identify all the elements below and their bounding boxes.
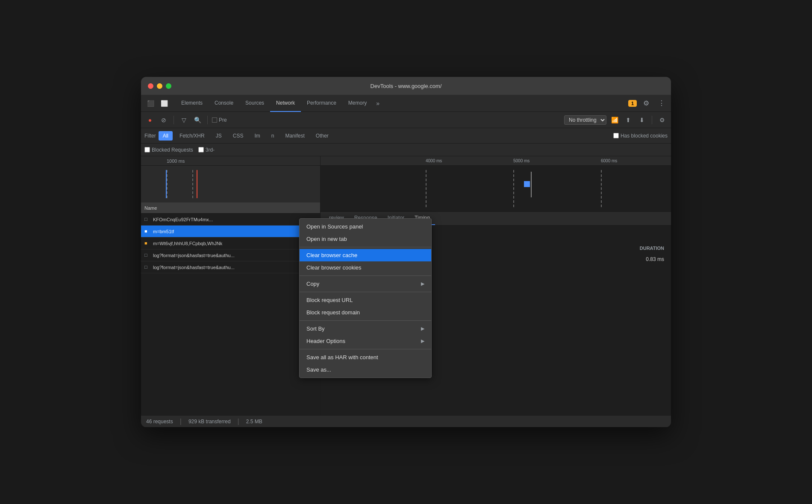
dashed-right-3	[601, 170, 602, 207]
preserve-log-toggle[interactable]: Pre	[212, 117, 227, 123]
has-blocked-cookies-label[interactable]: Has blocked cookies	[613, 133, 668, 139]
filter-all[interactable]: All	[159, 131, 173, 141]
titlebar: DevTools - www.google.com/	[141, 77, 671, 95]
filter-bar: Filter All Fetch/XHR JS CSS Im n Manifes…	[141, 128, 671, 144]
menu-save-har[interactable]: Save all as HAR with content	[300, 351, 431, 363]
filter-icon[interactable]: ▽	[178, 114, 189, 126]
network-list[interactable]: □ KFOmCnqEu92FrTMu4mx... ■ m=bm51tf ■ m=…	[141, 214, 320, 415]
row-text-3: m=Wt6vjf,hhhU8,FCpbqb,WhJNk	[153, 241, 222, 246]
tab-memory[interactable]: Memory	[342, 95, 373, 112]
menu-block-url[interactable]: Block request URL	[300, 294, 431, 306]
blocked-requests-checkbox[interactable]	[144, 147, 150, 152]
network-row[interactable]: □ KFOmCnqEu92FrTMu4mx...	[141, 214, 320, 226]
toolbar-right: No throttling 📶 ⬆ ⬇ ⚙	[564, 114, 668, 126]
waterfall-marker	[531, 172, 532, 197]
filter-fetch-xhr[interactable]: Fetch/XHR	[175, 131, 209, 141]
menu-separator-3	[300, 292, 431, 292]
throttle-select[interactable]: No throttling	[564, 115, 606, 125]
menu-block-domain[interactable]: Block request domain	[300, 306, 431, 319]
menu-save-as[interactable]: Save as...	[300, 363, 431, 376]
mark-4000: 4000 ms	[426, 158, 442, 163]
tab-sources[interactable]: Sources	[239, 95, 270, 112]
context-menu: Open in Sources panel Open in new tab Cl…	[299, 218, 432, 378]
search-icon[interactable]: 🔍	[192, 114, 203, 126]
menu-sort-by[interactable]: Sort By ▶	[300, 322, 431, 335]
menu-copy[interactable]: Copy ▶	[300, 278, 431, 290]
copy-arrow-icon: ▶	[421, 281, 424, 287]
export-icon[interactable]: ⬇	[636, 114, 647, 126]
menu-separator-4	[300, 320, 431, 321]
minimize-button[interactable]	[157, 83, 162, 89]
filter-css[interactable]: CSS	[229, 131, 248, 141]
waterfall-left	[141, 166, 320, 202]
row-icon-4: □	[144, 252, 150, 258]
network-settings-icon[interactable]: ⚙	[656, 114, 668, 126]
menu-open-sources[interactable]: Open in Sources panel	[300, 220, 431, 233]
dashed-line-2	[192, 170, 193, 198]
row-text-5: log?format=json&hasfast=true&authu...	[153, 265, 235, 270]
filter-media[interactable]: n	[267, 131, 279, 141]
row-icon-2: ■	[144, 229, 150, 234]
filter-img[interactable]: Im	[250, 131, 264, 141]
tab-performance[interactable]: Performance	[301, 95, 342, 112]
network-panel: 1000 ms Name □ KFOmCnqEu92FrTMu4mx...	[141, 156, 321, 415]
tabbar-right: 1 ⚙ ⋮	[628, 97, 668, 109]
filter-label: Filter	[144, 133, 156, 139]
maximize-button[interactable]	[166, 83, 171, 89]
timeline-area-right	[321, 166, 671, 212]
tabbar: ⬛ ⬜ Elements Console Sources Network Per…	[141, 95, 671, 112]
status-divider-1: |	[180, 418, 182, 425]
device-icon[interactable]: ⬜	[158, 97, 170, 109]
filter-other[interactable]: Other	[312, 131, 333, 141]
network-row-3[interactable]: ■ m=Wt6vjf,hhhU8,FCpbqb,WhJNk	[141, 237, 320, 249]
menu-clear-cache[interactable]: Clear browser cache	[300, 249, 431, 261]
filter-right: Has blocked cookies	[613, 133, 668, 139]
menu-clear-cookies[interactable]: Clear browser cookies	[300, 261, 431, 274]
close-button[interactable]	[148, 83, 153, 89]
tab-elements[interactable]: Elements	[175, 95, 209, 112]
import-icon[interactable]: ⬆	[623, 114, 634, 126]
ruler-mark-1000: 1000 ms	[167, 158, 185, 164]
tab-console[interactable]: Console	[209, 95, 239, 112]
more-tabs-button[interactable]: »	[373, 100, 383, 107]
sort-arrow-icon: ▶	[421, 326, 424, 331]
tab-network[interactable]: Network	[270, 95, 301, 112]
timeline-blue-line	[166, 170, 167, 198]
dashed-right-2	[513, 170, 514, 207]
statusbar: 46 requests | 929 kB transferred | 2.5 M…	[141, 415, 671, 427]
more-options-icon[interactable]: ⋮	[656, 97, 668, 109]
network-header: Name	[141, 202, 320, 214]
filter-js[interactable]: JS	[212, 131, 226, 141]
network-row-4[interactable]: □ log?format=json&hasfast=true&authu...	[141, 249, 320, 261]
record-button[interactable]: ●	[144, 114, 156, 126]
transferred-size: 929 kB transferred	[188, 419, 231, 425]
stop-button[interactable]: ⊘	[158, 114, 169, 126]
network-row-5[interactable]: □ log?format=json&hasfast=true&authu...	[141, 261, 320, 273]
filter-manifest[interactable]: Manifest	[281, 131, 309, 141]
queueing-value: 0.83 ms	[634, 256, 664, 262]
row-icon-1: □	[144, 217, 150, 223]
row-icon-3: ■	[144, 240, 150, 246]
third-party-checkbox[interactable]	[198, 147, 204, 152]
network-conditions-icon[interactable]: 📶	[609, 114, 620, 126]
menu-separator-5	[300, 349, 431, 349]
settings-icon[interactable]: ⚙	[640, 97, 652, 109]
row-icon-5: □	[144, 264, 150, 270]
window-title: DevTools - www.google.com/	[371, 83, 442, 89]
menu-open-new-tab[interactable]: Open in new tab	[300, 233, 431, 245]
has-blocked-cookies-checkbox[interactable]	[613, 133, 619, 138]
toolbar-divider-1	[174, 116, 174, 124]
menu-separator-2	[300, 275, 431, 276]
third-party-label[interactable]: 3rd-	[198, 147, 215, 153]
preserve-log-label: Pre	[219, 117, 227, 123]
dashed-right-1	[426, 170, 427, 207]
waterfall-bar-blue	[524, 181, 530, 187]
menu-header-options[interactable]: Header Options ▶	[300, 335, 431, 347]
cursor-icon[interactable]: ⬛	[144, 97, 156, 109]
blocked-requests-label[interactable]: Blocked Requests	[144, 147, 193, 153]
mark-5000: 5000 ms	[513, 158, 530, 163]
dashed-line-1	[167, 170, 168, 198]
tab-icons: ⬛ ⬜	[144, 97, 170, 109]
network-row-selected[interactable]: ■ m=bm51tf	[141, 226, 320, 237]
header-options-arrow-icon: ▶	[421, 338, 424, 344]
